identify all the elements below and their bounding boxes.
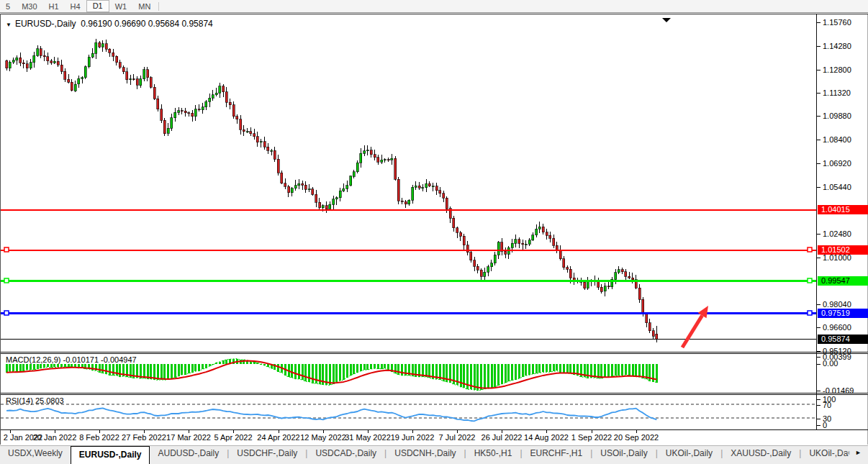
hline-handle[interactable] [808,247,812,252]
timeframe-button-m30[interactable]: M30 [16,1,42,12]
macd-bar [291,364,293,378]
macd-bar [167,364,169,379]
macd-bar [356,364,358,373]
tab-audusd-daily[interactable]: AUDUSD-,Daily [150,446,227,462]
tab-ukoil-daily[interactable]: UKOil-,Daily [658,446,720,462]
candle-up [91,53,94,57]
candle-down [553,238,555,245]
candle-up [491,263,493,267]
symbol-dropdown-icon[interactable]: ▼ [6,22,12,28]
arrow-shaft[interactable] [682,316,702,347]
candle-down [387,160,389,160]
candle-down [181,111,183,112]
candle-up [335,198,338,199]
candle-down [476,266,479,270]
candle-down [319,202,321,207]
candle-down [325,206,327,209]
candle-down [542,227,544,232]
macd-bar [19,364,22,371]
hline-handle[interactable] [808,311,812,315]
rsi-indicator-canvas[interactable] [1,395,816,429]
date-axis[interactable]: 2 Jan 202220 Jan 20228 Feb 202227 Feb 20… [1,430,868,445]
chart-window[interactable]: ▼EURUSD-,Daily 0.96190 0.96690 0.95684 0… [0,14,868,445]
price-tick-dash [817,163,820,164]
candle-up [143,70,145,79]
timeframe-button-5[interactable]: 5 [0,1,16,12]
candle-down [112,53,114,56]
candle-down [638,288,641,299]
rsi-axis-label: 70 [823,401,831,409]
candle-down [439,191,441,194]
trading-terminal-window: 5M30H1H4D1W1MN ▼EURUSD-,Daily 0.96190 0.… [0,0,868,464]
macd-bar [99,364,101,373]
candlestick-chart-canvas[interactable] [1,14,816,352]
candle-up [194,109,196,117]
candle-down [225,92,227,102]
candle-up [391,158,393,160]
macd-bar [394,364,397,373]
macd-bar [57,364,59,367]
tab-usdchf-daily[interactable]: USDCHF-,Daily [229,446,305,462]
candle-up [171,118,173,129]
candle-up [615,273,617,280]
macd-bar [346,364,348,378]
hline-handle[interactable] [4,311,9,315]
tab-usoil-daily[interactable]: USOil-,Daily [592,446,655,462]
macd-bar [68,364,70,367]
candle-down [466,245,469,253]
tab-scroll-right-icon[interactable]: ► [855,449,866,456]
rsi-tick-dash [817,419,820,419]
price-tick-dash [817,140,820,140]
timeframe-button-h1[interactable]: H1 [43,1,65,12]
price-tick-dash [817,22,820,23]
macd-bar [294,364,297,379]
macd-bar [202,364,204,369]
candle-up [381,160,383,162]
chart-shift-marker-icon[interactable] [662,18,671,22]
candle-up [366,150,369,151]
candle-down [377,158,379,163]
candle-up [202,107,204,110]
macd-bar [538,364,541,373]
candle-down [184,111,186,113]
macd-bar [157,364,159,380]
tab-usdcnh-daily[interactable]: USDCNH-,Daily [386,446,464,462]
tab-eurusd-daily[interactable]: EURUSD-,Daily [71,446,150,464]
hline-handle[interactable] [4,278,9,283]
candle-down [256,137,258,142]
hline-handle[interactable] [4,247,9,252]
tab-scroll-left-icon[interactable]: ◄ [844,449,855,456]
macd-bar [277,364,279,372]
ohlc-values: 0.96190 0.96690 0.95684 0.95874 [81,19,213,29]
price-tick-dash [817,116,820,117]
candle-up [350,176,352,186]
candle-down [522,243,524,245]
macd-bar [532,364,534,374]
timeframe-button-mn[interactable]: MN [132,1,156,12]
tab-usdcad-daily[interactable]: USDCAD-,Daily [307,446,384,462]
price-tick-label: 1.15760 [823,18,851,27]
candle-up [618,270,620,273]
candle-up [356,163,358,172]
tab-hk50-h1[interactable]: HK50-,H1 [466,446,520,462]
tab-eurchf-h1[interactable]: EURCHF-,H1 [523,446,591,462]
candle-down [505,251,507,254]
tab-usdx-weekly[interactable]: USDX,Weekly [0,446,71,462]
macd-bar [397,364,399,375]
macd-axis-label: 0.00 [823,359,838,368]
candle-up [101,44,104,47]
macd-bar [353,364,355,374]
candle-down [119,63,121,68]
macd-bar [64,364,66,367]
price-axis-line [816,14,817,429]
timeframe-button-h4[interactable]: H4 [65,1,86,12]
timeframe-button-d1[interactable]: D1 [86,0,109,12]
macd-bar [30,364,32,370]
hline-handle[interactable] [808,278,812,283]
price-tick-dash [817,93,820,94]
candle-down [518,240,520,244]
timeframe-button-w1[interactable]: W1 [109,1,133,12]
macd-bar [12,364,14,371]
candle-down [50,61,53,63]
tab-xauusd-daily[interactable]: XAUUSD-,Daily [723,446,799,462]
